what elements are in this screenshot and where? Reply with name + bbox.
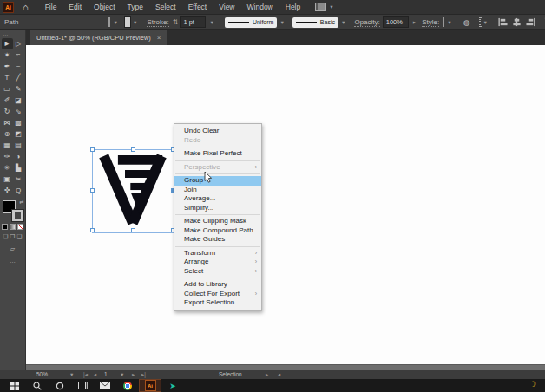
context-menu-item-make-guides[interactable]: Make Guides [174,235,261,245]
pixel-grid-icon[interactable] [479,17,481,27]
document-tab[interactable]: Untitled-1* @ 50% (RGB/CPU Preview) × [30,30,167,45]
first-page-icon[interactable]: |◂ [83,371,88,378]
menu-file[interactable]: File [39,0,63,14]
align-horizontal-right-icon[interactable] [526,17,535,27]
page-number-value[interactable]: 1 [104,371,108,377]
context-menu-item-add-to-library[interactable]: Add to Library [174,280,261,290]
next-page-icon[interactable]: ▸ [132,371,135,378]
style-swatch[interactable] [443,17,444,27]
type-tool[interactable]: T [2,72,13,83]
blend-tool[interactable]: ◑ [13,151,24,162]
chevron-down-icon[interactable]: ▼ [69,372,74,377]
stroke-label[interactable]: Stroke: [147,18,168,27]
taskbar-search-icon[interactable] [26,379,49,392]
column-graph-tool[interactable]: ▙ [13,162,24,173]
magic-wand-tool[interactable]: ✶ [2,49,13,61]
stepper-icon[interactable]: ⇅ [173,18,179,26]
menu-view[interactable]: View [213,0,240,14]
eyedropper-tool[interactable]: ✑ [2,151,13,162]
recolor-artwork-icon[interactable]: ◍ [463,18,470,27]
tab-close-icon[interactable]: × [157,34,161,42]
taskbar-start-icon[interactable] [3,379,26,392]
context-menu-item-simplify[interactable]: Simplify... [174,204,261,213]
stroke-weight-value[interactable]: 1 pt [180,16,206,28]
menu-select[interactable]: Select [149,0,182,14]
more-tools-icon[interactable]: … [0,258,25,264]
mesh-tool[interactable]: ▦ [2,140,13,151]
draw-normal-icon[interactable]: ❏ [3,233,9,240]
chevron-down-icon[interactable]: ▼ [483,20,488,25]
perspective-grid-tool[interactable]: ◩ [13,128,24,140]
context-menu-item-make-clipping-mask[interactable]: Make Clipping Mask [174,217,261,226]
slice-tool[interactable]: ✂ [13,173,24,185]
symbol-sprayer-tool[interactable]: ✳ [2,162,13,173]
taskbar-chrome-icon[interactable] [116,379,139,392]
draw-inside-icon[interactable]: ❑ [16,233,22,240]
selection-bounding-box[interactable] [92,149,175,233]
chevron-down-icon[interactable]: ▼ [447,20,451,25]
context-menu-item-collect-for-export[interactable]: Collect For Export› [174,290,261,299]
chevron-down-icon[interactable]: ▼ [279,20,284,25]
taskbar-cortana-icon[interactable] [49,379,71,392]
stroke-color-swatch[interactable] [125,17,130,27]
direct-selection-tool[interactable]: ▷ [13,38,24,49]
opacity-value[interactable]: 100% [383,16,409,28]
gradient-button[interactable] [10,224,16,230]
color-button[interactable] [2,224,8,230]
context-menu-item-make-compound-path[interactable]: Make Compound Path [174,226,261,236]
panel-arrow-icon[interactable]: ▸ [266,371,268,378]
last-page-icon[interactable]: ▸| [141,371,146,378]
context-menu-item-make-pixel-perfect[interactable]: Make Pixel Perfect [174,149,261,159]
shape-builder-tool[interactable]: ⊕ [2,128,13,140]
menu-type[interactable]: Type [121,0,149,14]
selection-tool[interactable]: ► [2,38,13,49]
context-menu-item-join[interactable]: Join [174,186,261,195]
moon-icon[interactable]: ☽ [529,380,536,389]
context-menu-item-undo-clear[interactable]: Undo Clear [174,127,261,136]
draw-behind-icon[interactable]: ❐ [10,233,16,240]
horizontal-scrollbar[interactable] [26,364,545,370]
rotate-tool[interactable]: ↻ [2,106,13,117]
artboard-tool[interactable]: ▣ [2,173,13,185]
gradient-tool[interactable]: ▤ [13,140,24,151]
opacity-label[interactable]: Opacity: [354,18,379,27]
rectangle-tool[interactable]: ▭ [2,83,13,95]
chevron-down-icon[interactable]: ▼ [120,372,124,377]
align-horizontal-left-icon[interactable] [498,17,508,27]
context-menu-item-transform[interactable]: Transform› [174,249,261,258]
context-menu-item-group[interactable]: Group [174,176,261,186]
align-horizontal-center-icon[interactable] [512,17,522,27]
curvature-tool[interactable]: ~ [13,61,24,72]
chevron-down-icon[interactable]: ▼ [113,20,117,25]
shaper-tool[interactable]: ✐ [2,95,13,106]
home-icon[interactable]: ⌂ [23,0,29,14]
selection-handle[interactable] [131,147,135,152]
chevron-down-icon[interactable]: ▼ [209,20,213,25]
swap-fill-stroke-icon[interactable]: ⇄ [19,199,23,205]
scale-tool[interactable]: ⇘ [13,106,24,117]
lasso-tool[interactable]: ≈ [13,49,24,61]
none-button[interactable] [17,224,23,230]
context-menu-item-export-selection[interactable]: Export Selection... [174,298,261,308]
context-menu-item-select[interactable]: Select› [174,267,261,277]
fill-stroke-control[interactable]: ⇄ [3,200,23,221]
taskbar-task-view-icon[interactable] [71,379,94,392]
width-profile-dropdown[interactable]: Uniform [225,17,278,28]
selection-handle[interactable] [90,147,95,152]
menu-object[interactable]: Object [88,0,121,14]
context-menu-item-arrange[interactable]: Arrange› [174,258,261,267]
width-tool[interactable]: ⋈ [2,117,13,128]
free-transform-tool[interactable]: ▩ [13,117,24,128]
menu-effect[interactable]: Effect [182,0,213,14]
chevron-down-icon[interactable]: ▼ [133,20,137,25]
canvas-artboard[interactable]: Undo ClearRedoMake Pixel PerfectPerspect… [26,45,545,364]
zoom-tool[interactable]: Q [13,185,24,196]
context-menu-item-average[interactable]: Average... [174,194,261,204]
stroke-proxy-swatch[interactable] [12,210,23,221]
style-label[interactable]: Style: [422,18,439,27]
selection-handle[interactable] [90,228,95,232]
menu-window[interactable]: Window [241,0,279,14]
eraser-tool[interactable]: ◪ [13,95,24,106]
chevron-right-icon[interactable]: ▼ [410,20,416,24]
workspace-switcher[interactable]: ▼ [315,3,333,11]
